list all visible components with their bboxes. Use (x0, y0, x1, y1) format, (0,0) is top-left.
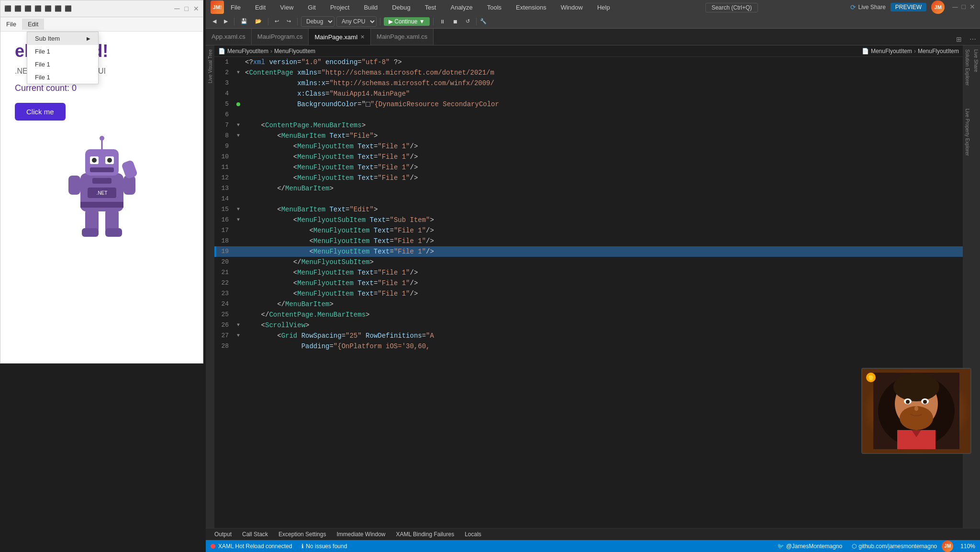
click-me-button[interactable]: Click me (15, 103, 66, 121)
menu-test[interactable]: Test (422, 3, 439, 12)
tab-immediate-window[interactable]: Immediate Window (332, 530, 390, 539)
menu-file[interactable]: File (228, 3, 244, 12)
tab-mainpage-xaml-cs[interactable]: MainPage.xaml.cs (371, 29, 434, 45)
maui-toolbar-icon-2[interactable]: ⬛ (14, 5, 22, 12)
fold-arrow-7[interactable]: ▼ (237, 120, 240, 131)
tab-mainpage-xaml[interactable]: MainPage.xaml ✕ (309, 29, 371, 45)
svg-rect-9 (68, 176, 80, 195)
code-line-26: 26 ▼ <ScrollView> (214, 320, 963, 331)
maui-toolbar-icon-4[interactable]: ⬛ (34, 5, 42, 12)
toolbar-undo[interactable]: ↩ (272, 17, 282, 25)
code-line-27: 27 ▼ <Grid RowSpacing="25" RowDefinition… (214, 331, 963, 341)
github-icon: ⬡ (852, 543, 857, 550)
toolbar-forward[interactable]: ▶ (221, 17, 231, 25)
svg-rect-6 (90, 167, 114, 172)
fold-arrow-27[interactable]: ▼ (237, 331, 240, 341)
toolbar-debug-restart[interactable]: ↺ (463, 17, 473, 25)
maui-toolbar-icon-1[interactable]: ⬛ (4, 5, 11, 12)
tab-locals[interactable]: Locals (460, 530, 486, 539)
fold-arrow-2[interactable]: ▼ (237, 67, 240, 78)
menu-build[interactable]: Build (361, 3, 380, 12)
code-line-13: 13 </MenuBarItem> (214, 183, 963, 194)
code-line-7: 7 ▼ <ContentPage.MenuBarItems> (214, 120, 963, 131)
title-bar-menu: File Edit View Git Project Build Debug T… (228, 3, 613, 12)
maui-dropdown-subitem[interactable]: Sub Item ▶ (27, 32, 98, 45)
breadcrumb-right[interactable]: MenuFlyoutItem (274, 48, 315, 55)
window-close[interactable]: ✕ (193, 5, 199, 12)
tab-exception-settings[interactable]: Exception Settings (274, 530, 331, 539)
preview-btn[interactable]: PREVIEW (891, 3, 926, 11)
tab-call-stack[interactable]: Call Stack (237, 530, 273, 539)
breadcrumb2-left[interactable]: MenuFlyoutItem (871, 48, 912, 55)
window-maximize[interactable]: □ (185, 5, 189, 12)
platform-select[interactable]: Any CPU (336, 16, 377, 27)
live-share-btn[interactable]: ⟳ Live Share (850, 3, 885, 11)
vs-minimize[interactable]: ─ (952, 3, 958, 11)
github-handle: github.com/jamesmontemagno (858, 543, 937, 550)
user-avatar[interactable]: JM (931, 0, 945, 14)
breakpoint-dot[interactable] (236, 102, 240, 106)
window-minimize[interactable]: ─ (174, 4, 179, 13)
toolbar-open[interactable]: 📂 (252, 17, 265, 25)
tab-xaml-binding-failures[interactable]: XAML Binding Failures (391, 530, 459, 539)
fold-arrow-16[interactable]: ▼ (237, 215, 240, 225)
maui-toolbar-icon-5[interactable]: ⬛ (45, 5, 52, 12)
toolbar-debug-pause[interactable]: ⏸ (437, 18, 448, 25)
vs-restore[interactable]: □ (962, 3, 966, 11)
breadcrumb2-right[interactable]: MenuFlyoutItem (918, 48, 959, 55)
tab-output[interactable]: Output (210, 530, 236, 539)
vs-close[interactable]: ✕ (969, 3, 975, 11)
menu-edit[interactable]: Edit (252, 3, 268, 12)
menu-tools[interactable]: Tools (484, 3, 504, 12)
tab-close-icon[interactable]: ✕ (360, 34, 365, 40)
maui-toolbar-icon-3[interactable]: ⬛ (24, 5, 32, 12)
split-editor-icon[interactable]: ⊞ (952, 33, 966, 45)
menu-window[interactable]: Window (558, 3, 586, 12)
menu-git[interactable]: Git (305, 3, 319, 12)
live-property-label[interactable]: Live Property Explorer (965, 109, 970, 156)
code-line-21: 21 <MenuFlyoutItem Text="File 1"/> (214, 267, 963, 278)
vs-code-window: JM! File Edit View Git Project Build Deb… (206, 0, 980, 552)
fold-arrow-8[interactable]: ▼ (237, 131, 240, 141)
toolbar-redo[interactable]: ↪ (284, 17, 294, 25)
svg-point-5 (107, 158, 112, 163)
debug-config-select[interactable]: Debug (301, 16, 334, 27)
maui-dropdown-file1-3[interactable]: File 1 (27, 71, 98, 84)
svg-point-28 (923, 400, 927, 404)
maui-toolbar-icon-7[interactable]: ⬛ (65, 5, 72, 12)
code-editor[interactable]: 1 <?xml version="1.0" encoding="utf-8" ?… (214, 57, 963, 528)
window-controls: ─ □ ✕ (952, 3, 975, 11)
fold-arrow-26[interactable]: ▼ (237, 320, 240, 331)
tab-app-xaml-cs[interactable]: App.xaml.cs (206, 29, 252, 45)
maui-dropdown-file1-2[interactable]: File 1 (27, 58, 98, 71)
live-share-icon: ⟳ (850, 3, 856, 11)
menu-extensions[interactable]: Extensions (513, 3, 549, 12)
menu-analyze[interactable]: Analyze (447, 3, 475, 12)
continue-btn[interactable]: ▶ Continue ▼ (384, 17, 430, 26)
maui-toolbar-icon-6[interactable]: ⬛ (55, 5, 62, 12)
search-box[interactable]: Search (Ctrl+Q) (705, 3, 758, 12)
live-visual-tree-label[interactable]: Live Visual Tree (208, 49, 213, 83)
app-logo: JM! (211, 0, 224, 14)
solution-explorer-label[interactable]: Solution Explorer (965, 49, 970, 86)
fold-arrow-15[interactable]: ▼ (237, 204, 240, 215)
menu-project[interactable]: Project (327, 3, 352, 12)
maui-menu-edit[interactable]: Edit (22, 19, 44, 30)
toolbar-debug-stop[interactable]: ⏹ (450, 18, 461, 25)
toolbar-sep-3 (297, 18, 298, 25)
maui-dropdown-file1-1[interactable]: File 1 (27, 45, 98, 58)
tab-maui-program-cs[interactable]: MauiProgram.cs (252, 29, 309, 45)
menu-debug[interactable]: Debug (389, 3, 413, 12)
more-tabs-icon[interactable]: ⋯ (966, 33, 980, 45)
code-line-18: 18 <MenuFlyoutItem Text="File 1"/> (214, 236, 963, 246)
svg-point-4 (92, 158, 97, 163)
robot-illustration: .NET (15, 135, 189, 240)
toolbar-save[interactable]: 💾 (238, 17, 250, 25)
maui-menu-file[interactable]: File (0, 19, 22, 30)
menu-view[interactable]: View (277, 3, 296, 12)
github-link[interactable]: ⬡ github.com/jamesmontemagno (852, 543, 937, 550)
menu-help[interactable]: Help (594, 3, 613, 12)
twitter-link[interactable]: 🐦 @JamesMontemagno (777, 543, 843, 550)
toolbar-back[interactable]: ◀ (210, 17, 219, 25)
breadcrumb-left[interactable]: MenuFlyoutItem (227, 48, 268, 55)
